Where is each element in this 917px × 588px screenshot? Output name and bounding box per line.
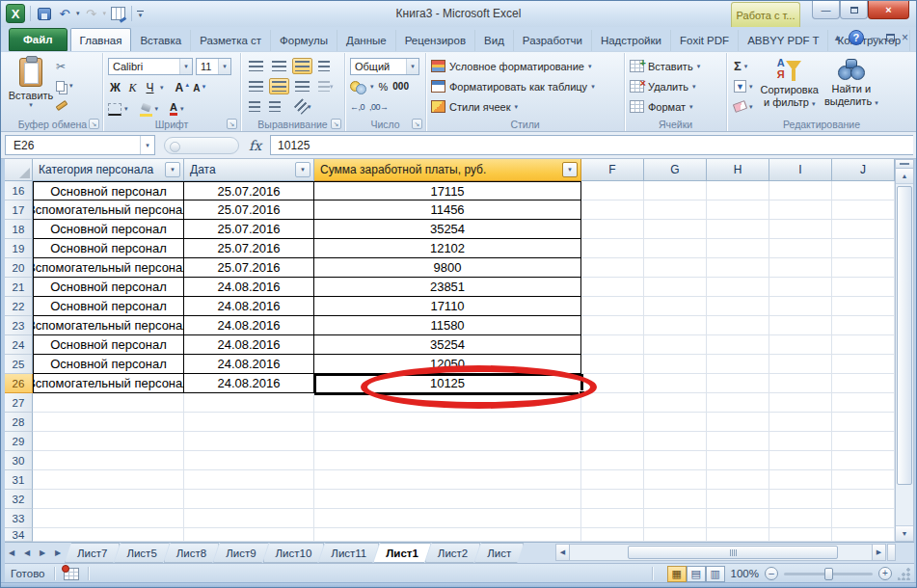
currency-format-icon[interactable] bbox=[350, 81, 365, 93]
empty-cell[interactable] bbox=[832, 278, 895, 297]
empty-cell[interactable] bbox=[707, 278, 769, 297]
ribbon-tab[interactable]: Главная bbox=[70, 28, 132, 51]
increase-decimal-button[interactable]: ←,0 bbox=[350, 102, 364, 112]
empty-cell[interactable] bbox=[581, 393, 644, 413]
empty-cell[interactable] bbox=[707, 374, 769, 393]
row-header[interactable]: 27 bbox=[5, 393, 33, 413]
align-middle-button[interactable] bbox=[269, 58, 289, 74]
empty-cell[interactable] bbox=[644, 528, 707, 542]
table-column-header[interactable]: Дата ▼ bbox=[184, 159, 314, 181]
cell-amount[interactable]: 12102 bbox=[314, 239, 581, 258]
cell-category[interactable]: Основной персонал bbox=[33, 181, 184, 200]
page-layout-view-button[interactable]: ▤ bbox=[687, 566, 706, 582]
empty-cell[interactable] bbox=[184, 451, 314, 470]
empty-cell[interactable] bbox=[769, 451, 832, 470]
borders-icon[interactable] bbox=[108, 103, 121, 116]
empty-cell[interactable] bbox=[769, 200, 832, 220]
combo-arrow-icon[interactable]: ▾ bbox=[218, 59, 230, 74]
format-painter-button[interactable] bbox=[54, 96, 77, 114]
empty-cell[interactable] bbox=[184, 490, 314, 509]
row-header[interactable]: 28 bbox=[5, 413, 33, 432]
empty-cell[interactable] bbox=[644, 335, 707, 355]
vertical-scrollbar[interactable]: ▲ ▼ bbox=[895, 159, 914, 542]
empty-cell[interactable] bbox=[581, 181, 644, 200]
ribbon-tab[interactable]: Файл bbox=[9, 28, 67, 51]
next-sheet-icon[interactable]: ▶ bbox=[36, 546, 49, 560]
empty-cell[interactable] bbox=[644, 316, 707, 335]
ribbon-tab[interactable]: Разметка ст bbox=[191, 30, 271, 51]
increase-indent-button[interactable] bbox=[266, 98, 283, 115]
grow-font-button[interactable]: А▲ bbox=[175, 81, 191, 94]
underline-dropdown-icon[interactable]: ▾ bbox=[160, 84, 164, 92]
horizontal-scroll-thumb[interactable] bbox=[628, 546, 838, 559]
decrease-indent-button[interactable] bbox=[246, 98, 263, 115]
empty-cell[interactable] bbox=[832, 451, 895, 470]
fill-color-dropdown-icon[interactable]: ▾ bbox=[155, 105, 159, 113]
sort-filter-button[interactable]: А Я Сортировка и фильтр ▾ bbox=[761, 56, 819, 120]
sheet-tab[interactable]: Лист1 bbox=[373, 543, 431, 563]
wrap-text-button[interactable] bbox=[315, 58, 333, 74]
row-header[interactable]: 18 bbox=[5, 220, 33, 239]
sheet-tab[interactable]: Лист bbox=[474, 543, 524, 563]
borders-dropdown-icon[interactable]: ▾ bbox=[124, 105, 128, 113]
cell-date[interactable]: 24.08.2016 bbox=[184, 374, 314, 393]
empty-cell[interactable] bbox=[581, 413, 644, 432]
empty-cell[interactable] bbox=[832, 239, 895, 258]
empty-cell[interactable] bbox=[832, 316, 895, 335]
empty-cell[interactable] bbox=[769, 490, 832, 509]
empty-cell[interactable] bbox=[707, 335, 769, 355]
cell-amount[interactable]: 17115 bbox=[314, 181, 581, 200]
ribbon-tab[interactable]: Надстройки bbox=[592, 30, 671, 51]
empty-cell[interactable] bbox=[832, 528, 895, 542]
copy-button[interactable]: ▾ bbox=[54, 77, 77, 94]
empty-cell[interactable] bbox=[581, 509, 644, 528]
empty-cell[interactable] bbox=[707, 393, 769, 413]
empty-cell[interactable] bbox=[314, 490, 581, 509]
empty-cell[interactable] bbox=[769, 509, 832, 528]
empty-cell[interactable] bbox=[707, 432, 769, 451]
shrink-font-button[interactable]: А▼ bbox=[193, 83, 206, 94]
empty-cell[interactable] bbox=[644, 181, 707, 200]
cell-date[interactable]: 24.08.2016 bbox=[184, 316, 314, 335]
table-column-header[interactable]: Категория персонала ▼ bbox=[33, 159, 184, 181]
clear-button[interactable]: ▾ bbox=[732, 97, 755, 116]
row-header[interactable]: 30 bbox=[5, 451, 33, 470]
empty-cell[interactable] bbox=[707, 181, 769, 200]
empty-cell[interactable] bbox=[769, 355, 832, 374]
cell-date[interactable]: 25.07.2016 bbox=[184, 239, 314, 258]
page-break-view-button[interactable]: ▥ bbox=[706, 566, 725, 582]
column-letter-header[interactable]: I bbox=[769, 159, 832, 181]
cell-amount[interactable]: 17110 bbox=[314, 297, 581, 316]
zoom-slider[interactable] bbox=[784, 573, 873, 575]
empty-cell[interactable] bbox=[314, 528, 581, 542]
empty-cell[interactable] bbox=[644, 239, 707, 258]
zoom-level[interactable]: 100% bbox=[731, 568, 759, 579]
empty-cell[interactable] bbox=[184, 470, 314, 490]
empty-cell[interactable] bbox=[769, 374, 832, 393]
currency-dropdown-icon[interactable]: ▾ bbox=[370, 83, 374, 91]
empty-cell[interactable] bbox=[707, 528, 769, 542]
empty-cell[interactable] bbox=[581, 528, 644, 542]
ribbon-tab[interactable]: Формулы bbox=[271, 30, 337, 51]
cell-category[interactable]: Основной персонал bbox=[33, 355, 184, 374]
row-header[interactable]: 23 bbox=[5, 316, 33, 335]
row-header[interactable]: 17 bbox=[5, 200, 33, 220]
ribbon-tab[interactable]: Вид bbox=[475, 30, 514, 51]
empty-cell[interactable] bbox=[644, 278, 707, 297]
empty-cell[interactable] bbox=[832, 335, 895, 355]
empty-cell[interactable] bbox=[832, 200, 895, 220]
orientation-button[interactable]: ▾ bbox=[293, 98, 314, 115]
empty-cell[interactable] bbox=[769, 393, 832, 413]
merge-center-button[interactable]: ▾ bbox=[315, 78, 337, 94]
empty-cell[interactable] bbox=[769, 220, 832, 239]
prev-sheet-icon[interactable]: ◀ bbox=[20, 546, 34, 560]
empty-cell[interactable] bbox=[644, 451, 707, 470]
style-menu-button[interactable]: Условное форматирование ▾ bbox=[431, 56, 620, 76]
macro-record-icon[interactable] bbox=[64, 568, 79, 580]
scroll-up-icon[interactable]: ▲ bbox=[896, 169, 913, 184]
empty-cell[interactable] bbox=[184, 509, 314, 528]
empty-cell[interactable] bbox=[707, 258, 769, 278]
empty-cell[interactable] bbox=[644, 490, 707, 509]
column-letter-header[interactable]: H bbox=[707, 159, 769, 181]
empty-cell[interactable] bbox=[707, 297, 769, 316]
